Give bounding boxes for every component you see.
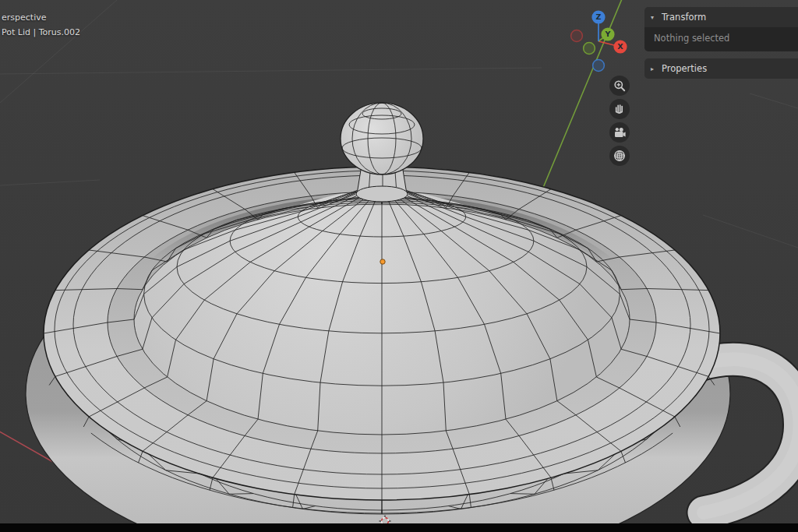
zoom-icon <box>613 79 626 92</box>
active-object-label: Pot Lid | Torus.002 <box>2 25 80 40</box>
nothing-selected-label: Nothing selected <box>654 33 729 44</box>
grid-sphere-icon <box>613 150 626 162</box>
sidebar-panel: ▾ Transform Nothing selected ▸ Propertie… <box>644 7 798 86</box>
transform-panel-body: Nothing selected <box>644 27 798 51</box>
svg-text:Y: Y <box>605 30 611 38</box>
camera-view-icon <box>613 126 626 139</box>
viewport-overlay: erspective Pot Lid | Torus.002 <box>2 10 80 40</box>
pan-button[interactable] <box>609 99 630 119</box>
bottom-bar <box>0 523 798 532</box>
perspective-toggle-button[interactable] <box>609 146 630 166</box>
svg-text:Z: Z <box>596 12 602 21</box>
chevron-right-icon: ▸ <box>651 65 662 72</box>
zoom-button[interactable] <box>609 76 630 96</box>
transform-panel: ▾ Transform Nothing selected <box>644 7 798 51</box>
transform-panel-title: Transform <box>662 12 706 23</box>
blender-3d-viewport[interactable]: erspective Pot Lid | Torus.002 XYZ <box>0 0 798 532</box>
navigation-gizmo[interactable]: XYZ <box>560 2 637 80</box>
properties-panel-title: Properties <box>662 63 707 74</box>
svg-text:X: X <box>617 42 623 51</box>
properties-panel-header[interactable]: ▸ Properties <box>644 58 798 79</box>
camera-view-button[interactable] <box>609 122 630 143</box>
properties-panel: ▸ Properties <box>644 58 798 79</box>
pan-hand-icon <box>613 103 626 115</box>
view-perspective-label: erspective <box>2 10 80 25</box>
chevron-down-icon: ▾ <box>651 14 662 21</box>
object-origin-marker[interactable] <box>380 259 385 264</box>
transform-panel-header[interactable]: ▾ Transform <box>644 7 798 27</box>
